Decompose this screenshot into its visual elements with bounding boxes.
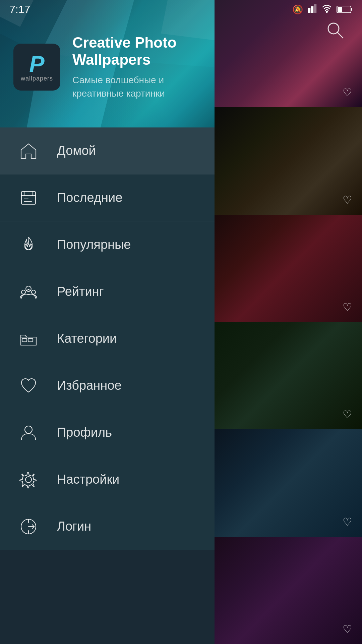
svg-point-24 xyxy=(21,290,25,294)
app-info: Creative Photo Wallpapers Самые волшебны… xyxy=(72,34,177,100)
menu-item-popular[interactable]: Популярные xyxy=(0,221,215,268)
recent-icon xyxy=(17,186,40,210)
svg-point-30 xyxy=(25,426,32,433)
svg-rect-1 xyxy=(311,7,313,12)
logo-subtext: wallpapers xyxy=(21,75,53,82)
drawer-header: P wallpapers Creative Photo Wallpapers С… xyxy=(0,0,215,127)
favorite-button-6[interactable]: ♡ xyxy=(339,621,356,638)
menu-label-profile: Профиль xyxy=(57,425,112,440)
menu-item-settings[interactable]: Настройки xyxy=(0,456,215,503)
svg-rect-29 xyxy=(28,338,33,342)
svg-rect-28 xyxy=(22,338,27,342)
app-logo: P wallpapers xyxy=(13,44,60,91)
menu-label-home: Домой xyxy=(57,144,96,158)
favorite-button-3[interactable]: ♡ xyxy=(339,299,356,316)
menu-item-favorites[interactable]: Избранное xyxy=(0,362,215,409)
app-description: Самые волшебные икреативные картинки xyxy=(72,73,177,100)
app-title: Creative Photo Wallpapers xyxy=(72,34,177,68)
navigation-drawer: P wallpapers Creative Photo Wallpapers С… xyxy=(0,0,215,644)
menu-item-categories[interactable]: Категории xyxy=(0,315,215,362)
signal-icon xyxy=(308,4,317,15)
wallpaper-cell-2: ♡ xyxy=(215,107,362,215)
menu-label-login: Логин xyxy=(57,519,91,534)
wallpaper-cell-3: ♡ xyxy=(215,215,362,322)
svg-line-8 xyxy=(337,32,343,38)
wallpaper-cell-4: ♡ xyxy=(215,322,362,429)
svg-rect-17 xyxy=(21,192,36,204)
svg-point-25 xyxy=(32,290,36,294)
status-bar: 7:17 🔕 xyxy=(0,0,362,19)
profile-icon xyxy=(17,421,40,444)
menu-label-categories: Категории xyxy=(57,331,117,346)
menu-label-rating: Рейтинг xyxy=(57,284,104,299)
menu-item-home[interactable]: Домой xyxy=(0,127,215,174)
rating-icon xyxy=(17,280,40,304)
menu-label-favorites: Избранное xyxy=(57,378,122,393)
menu-item-login[interactable]: Логин xyxy=(0,503,215,550)
status-time: 7:17 xyxy=(9,3,30,16)
home-icon xyxy=(17,139,40,163)
wifi-icon xyxy=(322,3,332,16)
wallpaper-cell-6: ♡ xyxy=(215,537,362,644)
menu-item-profile[interactable]: Профиль xyxy=(0,409,215,456)
logo-letter: P xyxy=(29,52,44,75)
favorite-button-4[interactable]: ♡ xyxy=(339,406,356,423)
menu-item-rating[interactable]: Рейтинг xyxy=(0,268,215,315)
favorite-button-1[interactable]: ♡ xyxy=(339,84,356,101)
drawer-menu: Домой Последние xyxy=(0,127,215,550)
menu-label-recent: Последние xyxy=(57,191,122,205)
fire-icon xyxy=(17,233,40,257)
folder-icon xyxy=(17,327,40,351)
favorite-button-2[interactable]: ♡ xyxy=(339,191,356,209)
svg-rect-5 xyxy=(351,8,352,11)
svg-rect-0 xyxy=(308,8,310,12)
search-button[interactable] xyxy=(322,17,349,44)
svg-rect-2 xyxy=(314,5,316,12)
battery-icon xyxy=(337,5,353,14)
menu-item-recent[interactable]: Последние xyxy=(0,174,215,221)
mute-icon: 🔕 xyxy=(292,4,303,15)
wallpaper-cell-5: ♡ xyxy=(215,429,362,537)
status-icons: 🔕 xyxy=(292,3,353,16)
svg-rect-6 xyxy=(338,7,342,12)
favorite-button-5[interactable]: ♡ xyxy=(339,513,356,531)
menu-label-settings: Настройки xyxy=(57,472,119,487)
svg-point-3 xyxy=(326,11,327,12)
svg-point-31 xyxy=(25,477,32,483)
settings-icon xyxy=(17,468,40,491)
wallpaper-column: ♡ ♡ ♡ ♡ ♡ ♡ xyxy=(215,0,362,644)
menu-label-popular: Популярные xyxy=(57,237,131,252)
login-icon xyxy=(17,515,40,538)
heart-icon xyxy=(17,374,40,397)
